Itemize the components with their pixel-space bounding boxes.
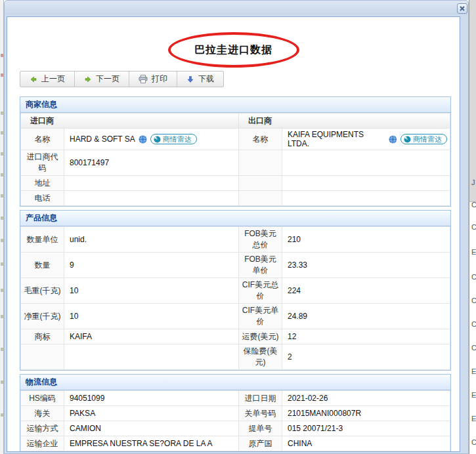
field-label: 原产国 [239,436,282,451]
backdrop-text-fragment: E [471,415,476,423]
field-label: 运输企业 [21,436,64,451]
sections: 商家信息 进口商 出口商 名称 HARD & SOFT SA [20,96,451,452]
field-value: CAMION [64,421,239,436]
toolbar: 上一页 下一页 打印 下载 [20,71,224,87]
exporter-name: KAIFA EQUIPMENTS LTDA. [288,130,385,148]
table-row: 运输方式 CAMION 提单号 015 20071/21-3 [21,421,450,436]
field-label: 毛重(千克) [21,278,64,304]
field-value: EMPRESA NUESTRA SE?ORA DE LA A [64,436,239,451]
field-value [64,344,239,370]
field-label: 进口商代码 [21,150,64,176]
badge-label: 商情雷达 [163,134,192,144]
field-label [239,191,282,206]
field-value: 94051099 [64,391,239,406]
table-row: 数量 9 FOB美元单价 23.33 [21,253,450,278]
import-data-dialog: 巴拉圭进口数据 上一页 下一页 [4,0,469,454]
business-radar-badge[interactable]: 商情雷达 [400,134,447,144]
field-label: 海关 [21,406,64,421]
backdrop-icon [1,289,3,292]
backdrop-icon [1,131,3,134]
section-header: 物流信息 [20,375,450,390]
download-label: 下载 [198,73,214,85]
exporter-header: 出口商 [239,114,450,129]
backdrop-icon [1,413,3,417]
field-label: 保险费(美元) [239,344,282,370]
importer-header: 进口商 [21,114,239,129]
business-radar-badge[interactable]: 商情雷达 [150,134,197,144]
field-label: CIF美元单价 [239,304,282,329]
field-value: CHINA [282,436,450,451]
table-row: 海关 PAKSA 关单号码 21015MANI000807R [21,406,450,421]
field-label: 数量单位 [21,227,64,253]
backdrop-text-fragment: E [471,367,476,375]
importer-name: HARD & SOFT SA [70,134,135,144]
table-row: 保险费(美元) 2 [21,344,450,370]
backdrop-icon [1,54,3,57]
section-header: 产品信息 [20,211,450,226]
field-label: 提单号 [239,421,282,436]
backdrop-icon [1,152,3,155]
arrow-left-icon [30,75,37,83]
table-row: HS编码 94051099 进口日期 2021-02-26 [21,391,450,406]
backdrop-icon [1,217,3,220]
field-label: 货运公司所在国 [21,451,64,453]
backdrop-text-fragment: E [471,248,476,256]
field-label [239,150,282,176]
next-page-button[interactable]: 下一页 [74,72,129,87]
field-value: 015 20071/21-3 [282,421,450,436]
backdrop-text-fragment: C [471,297,476,304]
globe-icon[interactable] [389,135,397,144]
prev-page-label: 上一页 [41,73,65,85]
download-button[interactable]: 下载 [177,72,223,87]
field-label: 净重(千克) [21,304,64,329]
field-label: 电话 [21,191,64,206]
field-value: PAKSA [64,406,239,421]
field-label: 名称 [239,129,282,150]
backdrop-text-fragment: J [471,178,475,186]
print-button[interactable]: 打印 [129,72,177,87]
field-value: KAIFA EQUIPMENTS LTDA. [282,129,450,150]
field-value [282,191,450,206]
field-label: 数量 [21,253,64,278]
field-value: 800171497 [64,150,239,176]
dialog-titlebar [5,1,468,15]
field-label: 商标 [21,329,64,344]
print-label: 打印 [152,73,167,85]
field-value: 2021-02-26 [282,391,450,406]
badge-label: 商情雷达 [413,134,442,144]
field-label: 运输方式 [21,421,64,436]
logistics-table: HS编码 94051099 进口日期 2021-02-26 海关 PAKSA 关… [20,390,450,452]
backdrop-icon [1,112,3,115]
field-label: FOB美元单价 [239,253,282,278]
backdrop-icon [1,348,3,351]
field-value: 21015MANI000807R [282,406,450,421]
field-label: 贸易国 [239,451,282,453]
backdrop-text-fragment: C [471,273,476,281]
red-ellipse-annotation [168,32,299,68]
field-label: 关单号码 [239,406,282,421]
section-header: 商家信息 [20,97,450,113]
printer-icon [139,75,148,83]
dialog-content-panel: 巴拉圭进口数据 上一页 下一页 [7,16,460,452]
field-value: 9 [64,253,239,278]
field-value [64,176,239,191]
backdrop-text-fragment: E [471,391,476,399]
field-label: 进口日期 [239,391,282,406]
table-row: 货运公司所在国 PARAGUAY 贸易国 CHINA [21,451,450,453]
close-button[interactable] [457,3,467,14]
field-value: 10 [64,304,239,329]
section-logistics-info: 物流信息 HS编码 94051099 进口日期 2021-02-26 海关 PA… [20,374,451,452]
field-label: 运费(美元) [239,329,282,344]
backdrop-text-fragment: C [471,223,476,231]
field-value: 12 [282,329,450,344]
field-value: 210 [282,227,450,253]
globe-icon[interactable] [139,135,147,144]
field-value: CHINA [282,451,450,453]
prev-page-button[interactable]: 上一页 [20,72,74,87]
table-row: 净重(千克) 10 CIF美元单价 24.89 [21,304,450,329]
backdrop-icon [1,262,3,266]
backdrop-text-fragment: C [471,320,476,328]
table-row: 商标 KAIFA 运费(美元) 12 [21,329,450,344]
arrow-down-icon [186,75,194,83]
merchant-table: 进口商 出口商 名称 HARD & SOFT SA [20,113,450,206]
